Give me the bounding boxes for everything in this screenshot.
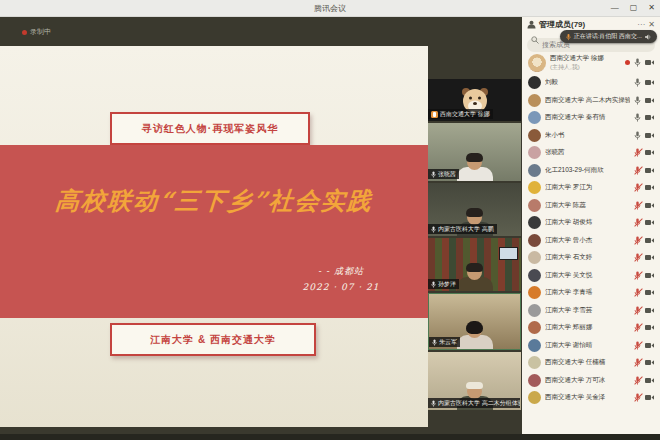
participant-row[interactable]: 西南交通大学 秦有情	[522, 109, 660, 127]
avatar	[528, 129, 541, 142]
participant-name: 江南大学 石文婷	[545, 253, 630, 262]
participant-name: 刘毅	[545, 78, 630, 87]
mic-icon	[431, 400, 436, 407]
camera-icon[interactable]	[645, 394, 654, 401]
camera-icon[interactable]	[645, 254, 654, 261]
participant-row[interactable]: 江南大学 谢怡晴	[522, 337, 660, 355]
avatar	[528, 76, 541, 89]
camera-icon[interactable]	[645, 359, 654, 366]
mic-icon[interactable]	[634, 288, 641, 297]
participant-row-host[interactable]: 西南交通大学 徐娜 (主持人,我)	[522, 51, 660, 74]
mic-icon[interactable]	[634, 358, 641, 367]
camera-icon[interactable]	[645, 272, 654, 279]
avatar	[528, 94, 541, 107]
mic-icon[interactable]	[634, 58, 641, 67]
camera-icon[interactable]	[645, 219, 654, 226]
video-thumbnail[interactable]: 内蒙古医科大学 高鹏	[428, 183, 521, 236]
participant-row[interactable]: 朱小书	[522, 127, 660, 145]
participant-name: 朱小书	[545, 131, 630, 140]
video-thumbnail[interactable]: 西南交通大学 徐娜	[428, 79, 521, 121]
participant-row[interactable]: 江南大学 胡俊炜	[522, 214, 660, 232]
camera-icon[interactable]	[645, 342, 654, 349]
recording-dot-icon	[22, 30, 27, 35]
participant-row[interactable]: 西南交通大学 吴金泽	[522, 389, 660, 407]
mic-icon[interactable]	[634, 253, 641, 262]
thumbnail-name: 孙梦洋	[438, 280, 456, 288]
panel-close-button[interactable]: ✕	[648, 20, 655, 30]
mic-icon[interactable]	[634, 236, 641, 245]
participant-row[interactable]: 江南大学 李雪芸	[522, 302, 660, 320]
camera-icon[interactable]	[645, 79, 654, 86]
thumbnail-label: 张晓茜	[428, 169, 459, 179]
close-button[interactable]: ✕	[648, 2, 655, 13]
video-thumbnail[interactable]: 朱云军	[428, 293, 521, 350]
mic-icon[interactable]	[634, 201, 641, 210]
participant-name: 西南交通大学 徐娜	[550, 54, 621, 63]
mic-icon[interactable]	[634, 218, 641, 227]
camera-icon[interactable]	[645, 202, 654, 209]
thumbnail-name: 朱云军	[439, 338, 457, 346]
camera-icon[interactable]	[645, 167, 654, 174]
mic-icon[interactable]	[634, 131, 641, 140]
camera-icon[interactable]	[645, 97, 654, 104]
participant-row[interactable]: 西南交通大学 万可冰	[522, 372, 660, 390]
participant-row[interactable]: 江南大学 曾小杰	[522, 232, 660, 250]
thumbnail-label: 内蒙古医科大学 高二木分组体验	[428, 398, 520, 408]
mic-icon[interactable]	[634, 323, 641, 332]
mic-icon[interactable]	[634, 306, 641, 315]
camera-icon[interactable]	[645, 324, 654, 331]
minimize-button[interactable]: —	[611, 2, 619, 13]
mic-icon[interactable]	[634, 113, 641, 122]
mic-icon[interactable]	[634, 376, 641, 385]
maximize-button[interactable]: ▢	[630, 2, 638, 13]
participant-row[interactable]: 化工2103-29-何雨欣	[522, 162, 660, 180]
participant-row[interactable]: 江南大学 李青瑶	[522, 284, 660, 302]
participant-row[interactable]: 江南大学 陈蕊	[522, 197, 660, 215]
participant-row[interactable]: 刘毅	[522, 74, 660, 92]
participant-name: 江南大学 胡俊炜	[545, 218, 630, 227]
mic-icon[interactable]	[634, 183, 641, 192]
mic-icon[interactable]	[634, 341, 641, 350]
speaker-icon	[645, 34, 651, 40]
camera-icon[interactable]	[645, 59, 654, 66]
mic-icon[interactable]	[634, 148, 641, 157]
participant-role: (主持人,我)	[550, 63, 621, 72]
participant-row[interactable]: 江南大学 吴文悦	[522, 267, 660, 285]
mic-icon[interactable]	[634, 393, 641, 402]
camera-icon[interactable]	[645, 289, 654, 296]
participant-silhouette	[457, 265, 493, 291]
avatar	[528, 321, 541, 334]
participant-row[interactable]: 江南大学 罗江为	[522, 179, 660, 197]
mic-icon[interactable]	[634, 78, 641, 87]
participant-row[interactable]: 张晓茜	[522, 144, 660, 162]
participant-row[interactable]: 西南交通大学 高二木内实操验改	[522, 92, 660, 110]
participant-row[interactable]: 江南大学 石文婷	[522, 249, 660, 267]
slide-top-banner-text: 寻访红色人物·再现军姿风华	[142, 122, 278, 136]
camera-icon[interactable]	[645, 114, 654, 121]
video-thumbnail[interactable]: 内蒙古医科大学 高二木分组体验	[428, 352, 521, 410]
camera-icon[interactable]	[645, 307, 654, 314]
avatar	[528, 286, 541, 299]
camera-icon[interactable]	[645, 377, 654, 384]
participant-list: 西南交通大学 徐娜 (主持人,我)	[522, 49, 660, 434]
camera-icon[interactable]	[645, 149, 654, 156]
mic-icon[interactable]	[634, 166, 641, 175]
video-thumbnail[interactable]: 张晓茜	[428, 123, 521, 181]
camera-icon[interactable]	[645, 132, 654, 139]
participant-row[interactable]: 西南交通大学 任楠楠	[522, 354, 660, 372]
thumbnail-name: 内蒙古医科大学 高二木分组体验	[438, 399, 520, 407]
avatar	[528, 199, 541, 212]
mic-icon[interactable]	[634, 96, 641, 105]
camera-icon[interactable]	[645, 184, 654, 191]
camera-icon[interactable]	[645, 237, 654, 244]
thumbnail-name: 内蒙古医科大学 高鹏	[438, 225, 494, 233]
panel-more-button[interactable]: ···	[637, 20, 645, 30]
slide-station-line2: 2022 · 07 · 21	[266, 279, 416, 295]
participant-row[interactable]: 江南大学 郑丽娜	[522, 319, 660, 337]
thumbnail-label: 孙梦洋	[428, 279, 459, 289]
participant-name: 西南交通大学 万可冰	[545, 376, 630, 385]
participant-name: 张晓茜	[545, 148, 630, 157]
video-thumbnail[interactable]: 孙梦洋	[428, 238, 521, 291]
mic-icon[interactable]	[634, 271, 641, 280]
thumbnail-name: 张晓茜	[438, 170, 456, 178]
